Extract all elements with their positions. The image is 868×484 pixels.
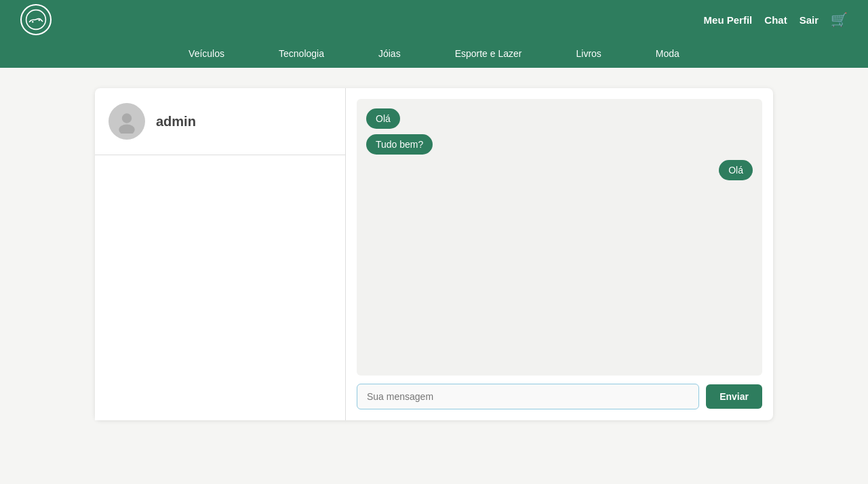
logo-icon [20, 4, 52, 35]
cart-icon[interactable]: 🛒 [831, 12, 848, 28]
svg-point-3 [122, 113, 132, 123]
avatar [108, 103, 145, 140]
nav-moda[interactable]: Moda [656, 48, 679, 59]
nav-esporte[interactable]: Esporte e Lazer [455, 48, 522, 59]
send-button[interactable]: Enviar [706, 384, 762, 409]
main-content: admin OláTudo bem?Olá Enviar [95, 88, 773, 420]
message-row: Tudo bem? [366, 134, 753, 155]
message-bubble: Olá [719, 160, 753, 180]
chat-username: admin [156, 114, 196, 129]
message-bubble: Olá [366, 108, 400, 129]
logo-area [20, 4, 52, 35]
message-row: Olá [366, 108, 753, 129]
chat-link[interactable]: Chat [764, 14, 787, 26]
header-nav-right: Meu Perfil Chat Sair 🛒 [704, 12, 848, 28]
logout-link[interactable]: Sair [800, 14, 818, 26]
profile-link[interactable]: Meu Perfil [704, 14, 753, 26]
chat-sidebar-body [95, 155, 345, 420]
main-nav: Veículos Tecnologia Jóias Esporte e Laze… [0, 39, 868, 68]
site-header: Meu Perfil Chat Sair 🛒 Veículos Tecnolog… [0, 0, 868, 68]
chat-messages: OláTudo bem?Olá [357, 99, 762, 376]
svg-point-1 [32, 21, 33, 22]
chat-input-area: Enviar [357, 384, 762, 409]
chat-main: OláTudo bem?Olá Enviar [346, 88, 773, 420]
nav-veiculos[interactable]: Veículos [189, 48, 224, 59]
chat-sidebar: admin [95, 88, 346, 420]
nav-joias[interactable]: Jóias [378, 48, 401, 59]
svg-point-2 [39, 20, 40, 21]
message-row: Olá [366, 160, 753, 180]
header-top: Meu Perfil Chat Sair 🛒 [0, 0, 868, 39]
svg-point-4 [119, 125, 134, 134]
nav-tecnologia[interactable]: Tecnologia [279, 48, 324, 59]
chat-container: admin OláTudo bem?Olá Enviar [95, 88, 773, 420]
chat-user-header: admin [95, 88, 345, 155]
nav-livros[interactable]: Livros [576, 48, 601, 59]
message-input[interactable] [357, 384, 699, 409]
message-bubble: Tudo bem? [366, 134, 433, 155]
